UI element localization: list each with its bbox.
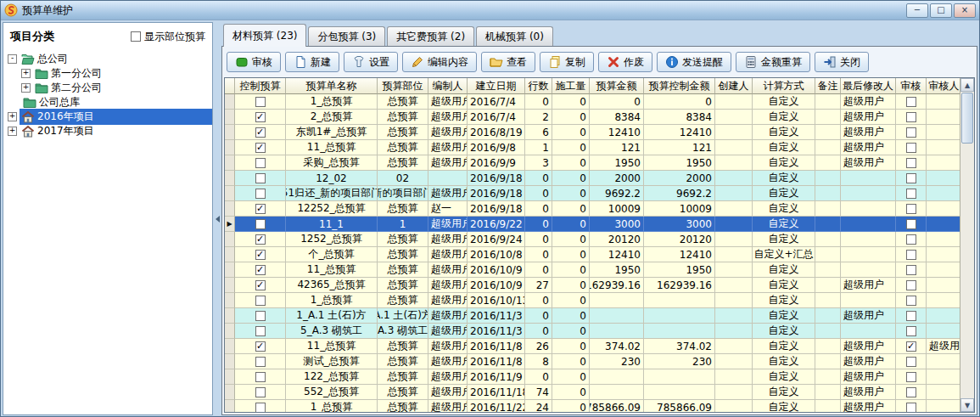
cell-control[interactable]: [235, 186, 286, 201]
cell-control[interactable]: [235, 369, 286, 385]
collapse-box-icon[interactable]: -: [8, 54, 17, 64]
cell-audited[interactable]: [896, 186, 927, 201]
table-row[interactable]: 测试_总预算总预算超级用户2016/11/880230230自定义超级用户: [225, 354, 960, 369]
collapse-left-icon[interactable]: [216, 216, 220, 223]
table-row[interactable]: 11_总预算总预算超级用户2016/9/810121121自定义超级用户: [225, 140, 960, 155]
cell-audited[interactable]: [896, 339, 927, 354]
control-checkbox[interactable]: [255, 250, 266, 260]
row-selector[interactable]: [225, 339, 235, 354]
cell-audited[interactable]: [896, 155, 927, 171]
cell-control[interactable]: [235, 232, 286, 247]
audited-checkbox[interactable]: [906, 127, 916, 138]
row-selector[interactable]: [225, 232, 235, 247]
checkbox-box-icon[interactable]: [131, 31, 141, 42]
row-selector[interactable]: [225, 369, 235, 385]
control-checkbox[interactable]: [255, 311, 266, 321]
audited-checkbox[interactable]: [906, 234, 916, 245]
control-checkbox[interactable]: [255, 296, 266, 306]
cell-control[interactable]: [235, 125, 286, 140]
vertical-scrollbar[interactable]: ▲ ▼: [960, 78, 974, 412]
row-selector[interactable]: [225, 354, 235, 369]
expand-box-icon[interactable]: +: [8, 112, 17, 121]
cell-control[interactable]: [235, 339, 286, 354]
minimize-button[interactable]: −: [906, 3, 928, 18]
row-selector[interactable]: [225, 278, 235, 293]
audited-checkbox[interactable]: [906, 189, 916, 199]
cell-audited[interactable]: [896, 400, 927, 413]
panel-splitter[interactable]: [213, 22, 221, 415]
cell-audited[interactable]: [896, 262, 927, 278]
scroll-up-icon[interactable]: ▲: [960, 78, 974, 92]
table-row[interactable]: 1_总预算总预算超级用户2016/7/40000自定义超级用户: [225, 94, 960, 110]
row-selector[interactable]: [225, 293, 235, 308]
control-checkbox[interactable]: [255, 341, 266, 352]
audited-checkbox[interactable]: [906, 357, 916, 367]
audit-button[interactable]: 审核: [227, 52, 281, 72]
column-header-date[interactable]: 建立日期: [468, 78, 525, 94]
row-selector[interactable]: [225, 94, 235, 110]
column-header-compiler[interactable]: 编制人: [428, 78, 468, 94]
cell-control[interactable]: [235, 324, 286, 339]
expand-box-icon[interactable]: +: [8, 127, 17, 136]
control-checkbox[interactable]: [255, 403, 266, 413]
audited-checkbox[interactable]: [906, 372, 916, 382]
table-row[interactable]: 2_总预算总预算超级用户2016/7/42083848384自定义超级用户: [225, 110, 960, 125]
tab-machinery-budget[interactable]: 机械预算 (0): [476, 26, 553, 46]
table-row[interactable]: 5_A.3 砌筑工A.3 砌筑工超级用户2016/11/300自定义: [225, 324, 960, 339]
audited-checkbox[interactable]: [906, 97, 916, 107]
close-button[interactable]: ×: [954, 3, 976, 18]
cell-audited[interactable]: [896, 278, 927, 293]
cell-audited[interactable]: [896, 140, 927, 155]
control-checkbox[interactable]: [255, 173, 266, 183]
column-header-amount[interactable]: 预算金额: [590, 78, 644, 94]
cell-audited[interactable]: [896, 217, 927, 232]
row-selector[interactable]: [225, 201, 235, 217]
table-row[interactable]: 11_总预算总预算超级用户2016/11/8260374.02374.02自定义…: [225, 339, 960, 354]
table-row[interactable]: 122_总预算总预算超级用户2016/11/900自定义超级用户: [225, 369, 960, 385]
column-header-calc[interactable]: 计算方式: [753, 78, 815, 94]
control-checkbox[interactable]: [255, 189, 266, 199]
scroll-down-icon[interactable]: ▼: [960, 398, 974, 412]
maximize-button[interactable]: □: [930, 3, 952, 18]
control-checkbox[interactable]: [255, 219, 266, 229]
audited-checkbox[interactable]: [906, 387, 916, 397]
control-checkbox[interactable]: [255, 112, 266, 122]
tree-item-branch-2[interactable]: +第二分公司: [3, 81, 212, 95]
table-row[interactable]: 东凯1#_总预算总预算超级用户2016/8/19601241012410自定义超…: [225, 125, 960, 140]
tree-item-company-warehouse[interactable]: 公司总库: [3, 95, 212, 110]
audited-checkbox[interactable]: [906, 296, 916, 306]
scrollbar-thumb[interactable]: [961, 93, 973, 144]
control-checkbox[interactable]: [255, 127, 266, 138]
table-row[interactable]: 11_总预算总预算超级用户2016/10/90019501950自定义: [225, 262, 960, 278]
table-row[interactable]: 1_A.1 土(石)方A.1 土(石)方超级用户2016/11/300自定义超级…: [225, 308, 960, 324]
audited-checkbox[interactable]: [906, 173, 916, 183]
cell-control[interactable]: [235, 110, 286, 125]
cell-audited[interactable]: [896, 324, 927, 339]
control-checkbox[interactable]: [255, 387, 266, 397]
control-checkbox[interactable]: [255, 204, 266, 214]
table-row[interactable]: 1_总预算总预算超级用户2016/11/22240785866.09785866…: [225, 400, 960, 413]
cell-audited[interactable]: [896, 110, 927, 125]
tab-other-fee-budget[interactable]: 其它费预算 (2): [387, 26, 474, 46]
column-header-remark[interactable]: 备注: [815, 78, 841, 94]
row-selector[interactable]: [225, 385, 235, 400]
cell-control[interactable]: [235, 262, 286, 278]
settings-button[interactable]: 设置: [344, 52, 398, 72]
audited-checkbox[interactable]: [906, 265, 916, 275]
cell-control[interactable]: [235, 308, 286, 324]
row-selector[interactable]: [225, 324, 235, 339]
void-button[interactable]: 作废: [598, 52, 652, 72]
expand-box-icon[interactable]: +: [21, 83, 31, 93]
control-checkbox[interactable]: [255, 372, 266, 382]
cell-control[interactable]: [235, 217, 286, 232]
column-header-audited[interactable]: 审核: [896, 78, 927, 94]
table-row[interactable]: 552_总预算总预算超级用户2016/11/18740自定义超级用户: [225, 385, 960, 400]
send-reminder-button[interactable]: 发送提醒: [657, 52, 731, 72]
row-selector[interactable]: [225, 247, 235, 262]
row-selector[interactable]: [225, 171, 235, 186]
cell-audited[interactable]: [896, 308, 927, 324]
tab-material-budget[interactable]: 材料预算 (23): [223, 24, 306, 47]
table-row[interactable]: 1_总预算总预算超级用户2016/10/1300自定义: [225, 293, 960, 308]
audited-checkbox[interactable]: [906, 204, 916, 214]
edit-content-button[interactable]: 编辑内容: [402, 52, 477, 72]
